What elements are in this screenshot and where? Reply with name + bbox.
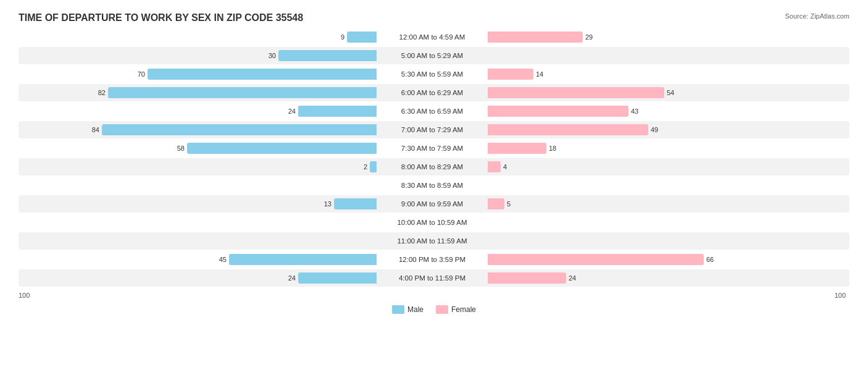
time-label: 4:00 PM to 11:59 PM <box>377 274 488 282</box>
female-value: 24 <box>569 274 576 282</box>
female-value: 14 <box>536 70 543 78</box>
male-bar-area: 24 <box>19 269 377 287</box>
male-bar <box>334 198 377 209</box>
table-row: 28:00 AM to 8:29 AM4 <box>19 158 849 175</box>
female-value: 43 <box>631 108 638 115</box>
time-label: 10:00 AM to 10:59 AM <box>377 219 488 226</box>
male-bar-area: 9 <box>19 28 377 46</box>
male-bar-area: 58 <box>19 140 377 157</box>
male-bar <box>108 87 377 98</box>
male-bar <box>347 32 377 43</box>
table-row: 305:00 AM to 5:29 AM <box>19 47 849 64</box>
source-text: Source: ZipAtlas.com <box>785 12 849 20</box>
axis-right: 100 <box>488 292 846 299</box>
male-bar-area: 24 <box>19 103 377 120</box>
female-bar <box>488 198 504 209</box>
male-bar-area: 2 <box>19 158 377 175</box>
male-value: 24 <box>288 108 296 115</box>
female-bar <box>488 272 566 284</box>
male-bar-area: 82 <box>19 84 377 101</box>
female-value: 5 <box>507 200 511 208</box>
male-value: 13 <box>324 200 332 208</box>
time-label: 12:00 PM to 3:59 PM <box>377 256 488 263</box>
male-bar <box>298 106 377 117</box>
male-value: 9 <box>341 33 344 41</box>
time-label: 6:30 AM to 6:59 AM <box>377 108 488 115</box>
time-label: 6:00 AM to 6:29 AM <box>377 89 488 96</box>
table-row: 11:00 AM to 11:59 AM <box>19 232 849 250</box>
axis-row: 100 100 <box>19 289 849 302</box>
male-value: 58 <box>177 145 185 152</box>
female-bar <box>488 32 583 43</box>
female-swatch <box>436 305 448 314</box>
chart-container: TIME OF DEPARTURE TO WORK BY SEX IN ZIP … <box>0 0 868 367</box>
female-value: 29 <box>585 33 593 41</box>
male-bar <box>102 124 377 135</box>
table-row: 826:00 AM to 6:29 AM54 <box>19 84 849 101</box>
female-value: 4 <box>503 163 507 171</box>
table-row: 139:00 AM to 9:59 AM5 <box>19 195 849 213</box>
male-label: Male <box>407 305 424 314</box>
female-value: 49 <box>651 126 658 133</box>
male-swatch <box>392 305 404 314</box>
table-row: 10:00 AM to 10:59 AM <box>19 214 849 231</box>
male-bar-area <box>19 177 377 194</box>
time-label: 8:00 AM to 8:29 AM <box>377 163 488 171</box>
female-value: 66 <box>706 256 714 263</box>
male-value: 70 <box>138 70 145 78</box>
female-bar-area: 54 <box>488 84 846 101</box>
male-value: 45 <box>219 256 227 263</box>
female-bar-area: 18 <box>488 140 846 157</box>
male-bar-area <box>19 214 377 231</box>
legend-female: Female <box>436 305 476 314</box>
male-bar <box>278 50 377 61</box>
female-bar-area: 29 <box>488 28 846 46</box>
male-bar <box>229 254 377 265</box>
female-value: 18 <box>549 145 556 152</box>
female-bar-area: 49 <box>488 121 846 138</box>
table-row: 244:00 PM to 11:59 PM24 <box>19 269 849 287</box>
time-label: 5:30 AM to 5:59 AM <box>377 70 488 78</box>
table-row: 705:30 AM to 5:59 AM14 <box>19 65 849 83</box>
male-bar <box>298 272 377 284</box>
male-value: 24 <box>288 274 296 282</box>
table-row: 8:30 AM to 8:59 AM <box>19 177 849 194</box>
male-bar-area: 70 <box>19 65 377 83</box>
chart-area: 912:00 AM to 4:59 AM29305:00 AM to 5:29 … <box>19 28 849 287</box>
female-bar <box>488 143 546 154</box>
male-value: 82 <box>98 89 106 96</box>
axis-left: 100 <box>19 292 377 299</box>
female-bar-area: 5 <box>488 195 846 213</box>
female-bar-area <box>488 47 846 64</box>
male-bar <box>148 69 377 80</box>
male-bar <box>187 143 377 154</box>
female-bar-area <box>488 177 846 194</box>
male-value: 84 <box>92 126 99 133</box>
male-value: 2 <box>364 163 367 171</box>
legend: Male Female <box>19 305 849 314</box>
time-label: 5:00 AM to 5:29 AM <box>377 52 488 59</box>
female-bar <box>488 106 628 117</box>
table-row: 587:30 AM to 7:59 AM18 <box>19 140 849 157</box>
female-bar <box>488 69 533 80</box>
female-bar <box>488 161 501 172</box>
female-bar-area: 43 <box>488 103 846 120</box>
male-bar-area: 30 <box>19 47 377 64</box>
male-bar-area: 84 <box>19 121 377 138</box>
table-row: 847:00 AM to 7:29 AM49 <box>19 121 849 138</box>
male-bar-area <box>19 232 377 250</box>
female-bar <box>488 254 704 265</box>
table-row: 912:00 AM to 4:59 AM29 <box>19 28 849 46</box>
time-label: 12:00 AM to 4:59 AM <box>377 33 488 41</box>
female-bar-area: 66 <box>488 251 846 268</box>
table-row: 246:30 AM to 6:59 AM43 <box>19 103 849 120</box>
female-bar <box>488 124 648 135</box>
time-label: 8:30 AM to 8:59 AM <box>377 182 488 189</box>
time-label: 7:00 AM to 7:29 AM <box>377 126 488 133</box>
male-bar <box>370 161 377 172</box>
female-bar-area: 14 <box>488 65 846 83</box>
male-bar-area: 13 <box>19 195 377 213</box>
table-row: 4512:00 PM to 3:59 PM66 <box>19 251 849 268</box>
female-bar-area <box>488 232 846 250</box>
chart-title: TIME OF DEPARTURE TO WORK BY SEX IN ZIP … <box>19 12 849 23</box>
